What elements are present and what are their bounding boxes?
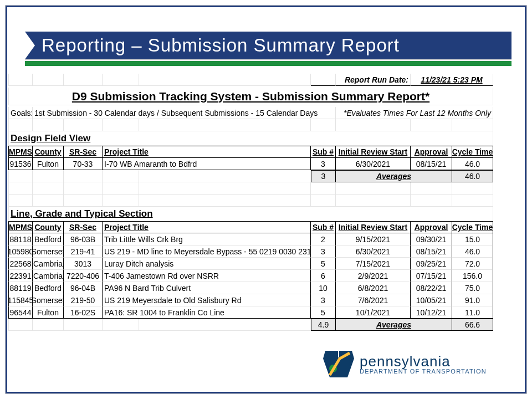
section1-col-header: MPMS County SR-Sec Project Title Sub # I…	[8, 146, 524, 158]
col-county: County	[33, 221, 64, 233]
table-row: 88118Bedford96-03BTrib Little Wills Crk …	[8, 233, 524, 245]
cell-title: US 219 Meyersdale to Old Salisbury Rd	[103, 294, 311, 306]
col-srsec: SR-Sec	[64, 146, 103, 158]
col-approval: Approval	[411, 221, 452, 233]
slide-title: Reporting – Submission Summary Report	[42, 35, 400, 56]
cell-srsec: 219-41	[64, 245, 103, 258]
col-sub: Sub #	[311, 221, 336, 233]
cell-cycle: 11.0	[452, 306, 493, 319]
run-date-label: Report Run Date:	[336, 74, 411, 86]
col-mpms: MPMS	[8, 221, 33, 233]
report-title: D9 Submission Tracking System - Submissi…	[8, 88, 493, 105]
run-date-row: Report Run Date: 11/23/21 5:23 PM	[8, 74, 524, 86]
averages-label: Averages	[336, 319, 452, 331]
cell-cycle: 72.0	[452, 258, 493, 270]
cell-mpms: 115845	[8, 294, 33, 306]
cell-mpms: 96544	[8, 306, 33, 319]
cell-county: Fulton	[33, 158, 64, 170]
cell-county: Cambria	[33, 270, 64, 282]
cell-irs: 2/9/2021	[336, 270, 411, 282]
col-mpms: MPMS	[8, 146, 33, 158]
cell-mpms: 88119	[8, 282, 33, 294]
table-row: 115845Somerset219-50US 219 Meyersdale to…	[8, 294, 524, 306]
section2-avg-cycle: 66.6	[452, 319, 493, 331]
cell-irs: 7/15/2021	[336, 258, 411, 270]
cell-srsec: 70-33	[64, 158, 103, 170]
cell-mpms: 88118	[8, 233, 33, 245]
cell-irs: 10/1/2021	[336, 306, 411, 319]
cell-approval: 10/05/21	[411, 294, 452, 306]
cell-county: Fulton	[33, 306, 64, 319]
col-cycle: Cycle Time	[452, 221, 493, 233]
section1-header-row: Design Field View	[8, 131, 524, 146]
section2-rows: 88118Bedford96-03BTrib Little Wills Crk …	[8, 233, 524, 319]
cell-sub: 5	[311, 306, 336, 319]
cell-county: Bedford	[33, 233, 64, 245]
cell-srsec: 16-02S	[64, 306, 103, 319]
cell-mpms: 22391	[8, 270, 33, 282]
section1-avg-sub: 3	[311, 170, 336, 182]
penndot-logo: pennsylvania DEPARTMENT OF TRANSPORTATIO…	[323, 347, 511, 381]
slide-frame: Reporting – Submission Summary Report Re…	[6, 6, 526, 393]
cell-cycle: 15.0	[452, 233, 493, 245]
cell-irs: 6/30/2021	[336, 245, 411, 258]
cell-title: T-406 Jamestown Rd over NSRR	[103, 270, 311, 282]
col-title: Project Title	[103, 146, 311, 158]
cell-approval: 08/22/21	[411, 282, 452, 294]
table-row: 96544Fulton16-02SPA16: SR 1004 to Frankl…	[8, 306, 524, 319]
cell-mpms: 22568	[8, 258, 33, 270]
col-irs: Initial Review Start	[336, 221, 411, 233]
section2-header-row: Line, Grade and Typical Section	[8, 207, 524, 221]
cell-approval: 09/30/21	[411, 233, 452, 245]
table-row: 88119Bedford96-04BPA96 N Bard Trib Culve…	[8, 282, 524, 294]
col-county: County	[33, 146, 64, 158]
section2-col-header: MPMS County SR-Sec Project Title Sub # I…	[8, 221, 524, 233]
goals-row: Goals: 1st Submission - 30 Calendar days…	[8, 107, 524, 119]
cell-irs: 6/30/2021	[336, 158, 411, 170]
section1-avg-cycle: 46.0	[452, 170, 493, 182]
section1-name: Design Field View	[8, 131, 493, 146]
goals-text: 1st Submission - 30 Calendar days / Subs…	[33, 107, 336, 119]
cell-sub: 2	[311, 233, 336, 245]
table-row: 22391Cambria7220-406T-406 Jamestown Rd o…	[8, 270, 524, 282]
cell-approval: 08/15/21	[411, 245, 452, 258]
col-sub: Sub #	[311, 146, 336, 158]
cell-title: Luray Ditch analysis	[103, 258, 311, 270]
cell-title: I-70 WB Amaranth to Bdfrd	[103, 158, 311, 170]
col-srsec: SR-Sec	[64, 221, 103, 233]
cell-approval: 08/15/21	[411, 158, 452, 170]
cell-cycle: 91.0	[452, 294, 493, 306]
title-underline-green	[25, 60, 511, 66]
cell-sub: 6	[311, 270, 336, 282]
report-title-row: D9 Submission Tracking System - Submissi…	[8, 86, 524, 107]
cell-county: Cambria	[33, 258, 64, 270]
col-irs: Initial Review Start	[336, 146, 411, 158]
cell-county: Bedford	[33, 282, 64, 294]
cell-srsec: 7220-406	[64, 270, 103, 282]
cell-sub: 10	[311, 282, 336, 294]
table-row: 91536Fulton70-33I-70 WB Amaranth to Bdfr…	[8, 158, 524, 170]
cell-sub: 5	[311, 258, 336, 270]
spacer	[8, 195, 524, 207]
section2-name: Line, Grade and Typical Section	[8, 207, 493, 221]
col-title: Project Title	[103, 221, 311, 233]
spacer	[8, 182, 524, 195]
cell-approval: 07/15/21	[411, 270, 452, 282]
cell-srsec: 96-04B	[64, 282, 103, 294]
cell-title: PA16: SR 1004 to Franklin Co Line	[103, 306, 311, 319]
cell-sub: 3	[311, 245, 336, 258]
averages-label: Averages	[336, 170, 452, 182]
cell-irs: 6/8/2021	[336, 282, 411, 294]
cell-irs: 7/6/2021	[336, 294, 411, 306]
report-sheet: Report Run Date: 11/23/21 5:23 PM D9 Sub…	[8, 74, 524, 342]
logo-state: pennsylvania	[360, 354, 487, 369]
section2-avg-sub: 4.9	[311, 319, 336, 331]
cell-srsec: 219-50	[64, 294, 103, 306]
run-date-value: 11/23/21 5:23 PM	[411, 74, 493, 86]
goals-label: Goals:	[8, 107, 33, 119]
col-cycle: Cycle Time	[452, 146, 493, 158]
cell-mpms: 105980	[8, 245, 33, 258]
cell-approval: 10/12/21	[411, 306, 452, 319]
col-approval: Approval	[411, 146, 452, 158]
cell-title: US 219 - MD line to Meyersdale Bypass - …	[103, 245, 311, 258]
